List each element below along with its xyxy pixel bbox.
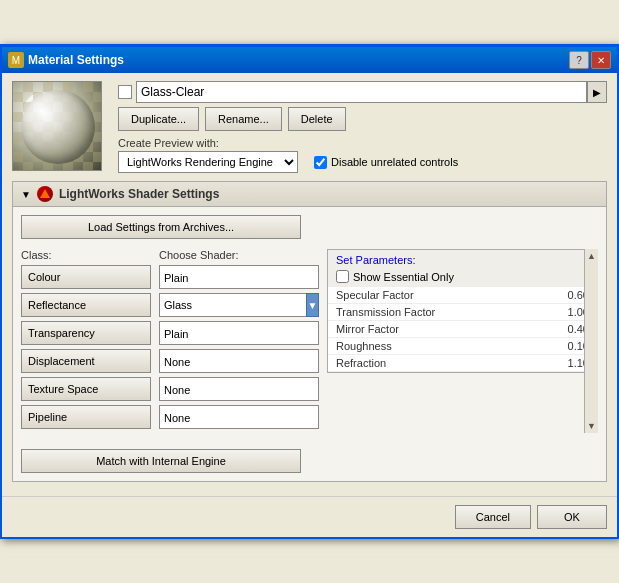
- set-params-label: Set Parameters:: [336, 254, 589, 266]
- main-area: Class: Colour Reflectance Transparency D…: [21, 249, 598, 433]
- svg-marker-0: [40, 189, 50, 198]
- table-row: Roughness 0.10: [328, 338, 597, 355]
- match-internal-engine-button[interactable]: Match with Internal Engine: [21, 449, 301, 473]
- params-panel: Set Parameters: Show Essential Only Spec…: [327, 249, 598, 373]
- section-content: Load Settings from Archives... Class: Co…: [13, 207, 606, 481]
- table-row: Mirror Factor 0.40: [328, 321, 597, 338]
- titlebar-left: M Material Settings: [8, 52, 124, 68]
- show-essential-checkbox[interactable]: [336, 270, 349, 283]
- params-wrapper: Set Parameters: Show Essential Only Spec…: [327, 249, 598, 433]
- cancel-button[interactable]: Cancel: [455, 505, 531, 529]
- name-checkbox[interactable]: [118, 85, 132, 99]
- class-transparency-button[interactable]: Transparency: [21, 321, 151, 345]
- app-icon: M: [8, 52, 24, 68]
- material-name-row: ▶: [118, 81, 607, 103]
- shader-displacement-field: None: [159, 349, 319, 373]
- params-header: Set Parameters: Show Essential Only: [328, 250, 597, 287]
- shader-reflectance-input[interactable]: [159, 293, 306, 317]
- section-collapse-arrow[interactable]: ▼: [21, 189, 31, 200]
- table-row: Refraction 1.10: [328, 355, 597, 372]
- rendering-engine-select[interactable]: LightWorks Rendering Engine: [118, 151, 298, 173]
- disable-checkbox[interactable]: [314, 156, 327, 169]
- section-header: ▼ LightWorks Shader Settings: [13, 182, 606, 207]
- preview-sphere: [21, 90, 95, 164]
- content-area: ▶ Duplicate... Rename... Delete Create P…: [2, 73, 617, 496]
- table-row: Specular Factor 0.60: [328, 287, 597, 304]
- params-list: Specular Factor 0.60 Transmission Factor…: [328, 287, 597, 372]
- param-name: Refraction: [336, 357, 386, 369]
- delete-button[interactable]: Delete: [288, 107, 346, 131]
- name-arrow-button[interactable]: ▶: [587, 81, 607, 103]
- disable-label: Disable unrelated controls: [331, 156, 458, 168]
- class-displacement-button[interactable]: Displacement: [21, 349, 151, 373]
- param-name: Specular Factor: [336, 289, 414, 301]
- material-preview: [12, 81, 102, 171]
- class-texture-space-button[interactable]: Texture Space: [21, 377, 151, 401]
- engine-row: Create Preview with:: [118, 137, 607, 149]
- class-colour-button[interactable]: Colour: [21, 265, 151, 289]
- scroll-up-arrow[interactable]: ▲: [587, 251, 596, 261]
- lightworks-icon: [37, 186, 53, 202]
- material-name-input[interactable]: [136, 81, 587, 103]
- param-name: Mirror Factor: [336, 323, 399, 335]
- class-label: Class:: [21, 249, 151, 261]
- shader-reflectance-dropdown[interactable]: ▼: [306, 293, 319, 317]
- shader-texture-space-field: None: [159, 377, 319, 401]
- duplicate-button[interactable]: Duplicate...: [118, 107, 199, 131]
- shader-label: Choose Shader:: [159, 249, 319, 261]
- ok-button[interactable]: OK: [537, 505, 607, 529]
- param-name: Transmission Factor: [336, 306, 435, 318]
- preview-label: Create Preview with:: [118, 137, 219, 149]
- material-action-row: Duplicate... Rename... Delete: [118, 107, 607, 131]
- bottom-area: Match with Internal Engine: [21, 449, 598, 473]
- close-button[interactable]: ✕: [591, 51, 611, 69]
- engine-select-row: LightWorks Rendering Engine Disable unre…: [118, 151, 607, 173]
- disable-controls-row: Disable unrelated controls: [314, 156, 458, 169]
- dialog-buttons: Cancel OK: [2, 496, 617, 537]
- lightworks-section: ▼ LightWorks Shader Settings Load Settin…: [12, 181, 607, 482]
- shader-pipeline-field: None: [159, 405, 319, 429]
- titlebar-buttons: ? ✕: [569, 51, 611, 69]
- right-panel: ▶ Duplicate... Rename... Delete Create P…: [118, 81, 607, 175]
- shader-transparency-field: Plain: [159, 321, 319, 345]
- show-essential-row: Show Essential Only: [336, 270, 589, 283]
- load-settings-button[interactable]: Load Settings from Archives...: [21, 215, 301, 239]
- param-name: Roughness: [336, 340, 392, 352]
- class-panel: Class: Colour Reflectance Transparency D…: [21, 249, 151, 433]
- class-pipeline-button[interactable]: Pipeline: [21, 405, 151, 429]
- help-button[interactable]: ?: [569, 51, 589, 69]
- titlebar: M Material Settings ? ✕: [2, 47, 617, 73]
- scroll-down-arrow[interactable]: ▼: [587, 421, 596, 431]
- table-row: Transmission Factor 1.00: [328, 304, 597, 321]
- class-reflectance-button[interactable]: Reflectance: [21, 293, 151, 317]
- section-title: LightWorks Shader Settings: [59, 187, 219, 201]
- shader-panel: Choose Shader: Plain ▼ Plain None None N…: [159, 249, 319, 433]
- rename-button[interactable]: Rename...: [205, 107, 282, 131]
- show-essential-label: Show Essential Only: [353, 271, 454, 283]
- window-title: Material Settings: [28, 53, 124, 67]
- shader-colour-field: Plain: [159, 265, 319, 289]
- material-settings-window: M Material Settings ? ✕ ▶: [0, 44, 619, 539]
- params-scrollbar[interactable]: ▲ ▼: [584, 249, 598, 433]
- shader-reflectance-row: ▼: [159, 293, 319, 317]
- load-btn-row: Load Settings from Archives...: [21, 215, 598, 239]
